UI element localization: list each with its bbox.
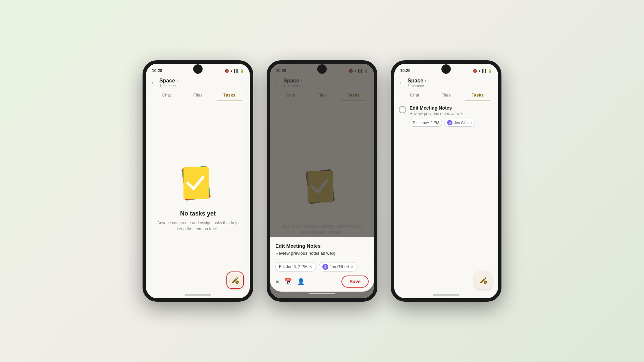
header-title-group-3: Space › 1 member [408, 78, 493, 88]
task-desc-3: Review previous notes as well [410, 111, 493, 116]
phone-screen-1: 10:28 🔕 ▲ ▌▌ 🔋 ← Space › 1 member Chat F… [146, 64, 250, 298]
signal-icon-3: ▌▌ [482, 69, 487, 73]
status-icons-3: 🔕 ▲ ▌▌ 🔋 [473, 69, 492, 73]
tab-chat-1[interactable]: Chat [151, 89, 182, 101]
home-indicator-3 [394, 292, 498, 298]
table-row: Edit Meeting Notes Review previous notes… [399, 105, 493, 127]
phone-screen-2: 10:29 🔕 ▲ ▌▌ 🔋 ← Space › 1 member Chat F… [270, 64, 374, 298]
header-title-group-1: Space › 1 member [159, 78, 245, 88]
header-title-1: Space › [159, 78, 245, 84]
wifi-icon: ▲ [230, 69, 233, 73]
assignee-avatar-2: J [322, 264, 328, 270]
status-icons-1: 🔕 ▲ ▌▌ 🔋 [225, 69, 244, 73]
chevron-right-icon-3: › [425, 78, 426, 83]
tab-tasks-1[interactable]: Tasks [214, 89, 245, 101]
date-chip-label-2: Fri, Jun 3, 2 PM [279, 264, 308, 269]
assignee-chip-close-2[interactable]: ✕ [351, 264, 354, 269]
phone-1: 10:28 🔕 ▲ ▌▌ 🔋 ← Space › 1 member Chat F… [143, 60, 253, 302]
task-assignee-avatar-3: J [447, 120, 452, 125]
empty-subtitle-1: Anyone can create and assign tasks that … [153, 220, 243, 232]
sheet-title-2: Edit Meeting Notes [275, 243, 369, 249]
status-time-3: 10:29 [400, 68, 411, 73]
tabs-1: Chat Files Tasks [146, 89, 250, 101]
sheet-input-2[interactable]: Review previous notes as well [275, 251, 369, 258]
battery-icon: 🔋 [240, 69, 244, 73]
svg-text:+: + [236, 281, 238, 284]
bottom-sheet-2: Edit Meeting Notes Review previous notes… [270, 237, 374, 292]
sheet-footer-2: ≡ 📅 👤 Save [275, 276, 369, 288]
battery-icon-3: 🔋 [488, 69, 492, 73]
assignee-chip-2[interactable]: J Jon Gilbert ✕ [319, 262, 358, 272]
tabs-3: Chat Files Tasks [394, 89, 498, 101]
home-indicator-2 [270, 290, 374, 297]
app-header-3: ← Space › 1 member [394, 75, 498, 89]
home-bar-3 [433, 294, 460, 296]
fab-button-3[interactable]: + [475, 272, 492, 289]
sheet-icons-2: ≡ 📅 👤 [275, 278, 305, 285]
header-subtitle-1: 1 member [159, 84, 245, 88]
task-illustration-1 [176, 161, 220, 205]
task-list-3: Edit Meeting Notes Review previous notes… [394, 101, 498, 292]
task-checkbox-3[interactable] [399, 106, 406, 113]
task-assignee-chip-3[interactable]: J Jon Gilbert [444, 119, 475, 127]
task-title-3: Edit Meeting Notes [410, 105, 493, 111]
signal-icon: ▌▌ [234, 69, 239, 73]
phone-screen-3: 10:29 🔕 ▲ ▌▌ 🔋 ← Space › 1 member Chat F… [394, 64, 498, 298]
tab-tasks-3[interactable]: Tasks [462, 89, 493, 101]
home-bar-2 [309, 293, 335, 294]
phone-3: 10:29 🔕 ▲ ▌▌ 🔋 ← Space › 1 member Chat F… [391, 60, 501, 302]
save-button-2[interactable]: Save [341, 276, 369, 288]
header-subtitle-3: 1 member [408, 84, 493, 88]
empty-title-1: No tasks yet [180, 210, 216, 217]
menu-icon-2[interactable]: ≡ [275, 278, 279, 285]
phone-notch-2 [317, 64, 327, 74]
assignee-label-2: Jon Gilbert [330, 264, 349, 269]
svg-text:+: + [485, 281, 486, 284]
task-date-chip-3[interactable]: Tomorrow, 2 PM [410, 119, 442, 127]
fab-button-1[interactable]: + [226, 272, 244, 289]
back-button-3[interactable]: ← [399, 79, 405, 86]
home-indicator-1 [146, 292, 250, 298]
status-time-1: 10:28 [152, 68, 162, 73]
mute-icon-3: 🔕 [473, 69, 477, 73]
sheet-chips-2: Fri, Jun 3, 2 PM ✕ J Jon Gilbert ✕ [275, 262, 369, 272]
person-icon-2[interactable]: 👤 [297, 278, 305, 285]
tab-chat-3[interactable]: Chat [399, 89, 430, 101]
wifi-icon-3: ▲ [478, 69, 481, 73]
phone-notch-1 [193, 64, 203, 74]
task-content-3: Edit Meeting Notes Review previous notes… [410, 105, 493, 127]
home-bar-1 [184, 294, 211, 296]
calendar-icon-2[interactable]: 📅 [284, 278, 292, 285]
header-title-3: Space › [408, 78, 493, 84]
task-date-label-3: Tomorrow, 2 PM [413, 121, 439, 125]
task-chips-3: Tomorrow, 2 PM J Jon Gilbert [410, 119, 493, 127]
back-button-1[interactable]: ← [151, 79, 157, 86]
date-chip-close-2[interactable]: ✕ [309, 264, 312, 269]
task-assignee-label-3: Jon Gilbert [454, 121, 472, 125]
phone-2: 10:29 🔕 ▲ ▌▌ 🔋 ← Space › 1 member Chat F… [267, 60, 377, 302]
app-header-1: ← Space › 1 member [146, 75, 250, 89]
phone-notch-3 [441, 64, 451, 74]
chevron-right-icon-1: › [176, 78, 178, 83]
date-chip-2[interactable]: Fri, Jun 3, 2 PM ✕ [275, 262, 316, 272]
mute-icon: 🔕 [225, 69, 229, 73]
content-area-1: No tasks yet Anyone can create and assig… [146, 101, 250, 292]
tab-files-1[interactable]: Files [182, 89, 214, 101]
tab-files-3[interactable]: Files [430, 89, 462, 101]
